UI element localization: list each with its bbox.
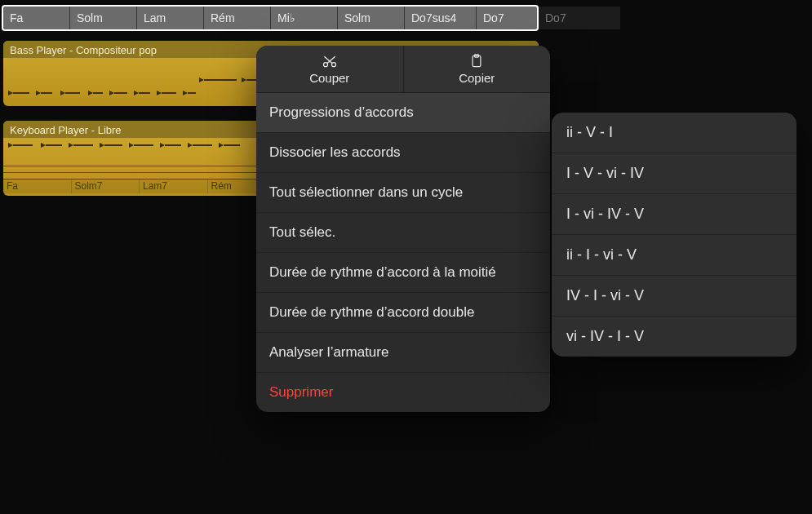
copy-label: Copier [459,71,495,85]
chord-cell[interactable]: Fa [3,7,70,29]
chord-cell[interactable]: Solm [338,7,405,29]
chord-cell[interactable]: Do7 [477,7,539,29]
menu-item-delete[interactable]: Supprimer [256,373,550,412]
region-title: Keyboard Player - Libre [3,121,276,138]
region-chord: Lam7 [140,179,208,193]
track-region-keyboard[interactable]: Keyboard Player - Libre Fa Solm7 Lam7 Ré… [3,121,276,196]
region-chord: Solm7 [72,179,140,193]
menu-item-half-duration[interactable]: Durée de rythme d’accord à la moitié [256,253,550,293]
submenu-item[interactable]: I - vi - IV - V [552,194,796,235]
chord-cell[interactable]: Solm [70,7,137,29]
submenu-item[interactable]: I - V - vi - IV [552,153,796,194]
submenu-item[interactable]: ii - I - vi - V [552,235,796,276]
region-chord-row: Fa Solm7 Lam7 Rém [3,179,276,193]
menu-item-dissocier[interactable]: Dissocier les accords [256,133,550,173]
chord-cell[interactable]: Do7sus4 [405,7,477,29]
clipboard-icon [468,54,485,69]
menu-top-row: Couper Copier [256,46,550,93]
cut-label: Couper [309,71,349,85]
chord-strip[interactable]: Fa Solm Lam Rém Mi♭ Solm Do7sus4 Do7 Do7 [3,7,809,29]
chord-cell[interactable]: Mi♭ [271,7,338,29]
progressions-submenu: ii - V - I I - V - vi - IV I - vi - IV -… [552,113,796,357]
menu-item-analyze[interactable]: Analyser l’armature [256,333,550,373]
menu-item-progressions[interactable]: Progressions d’accords [256,93,550,133]
menu-item-select-cycle[interactable]: Tout sélectionner dans un cycle [256,173,550,213]
menu-item-double-duration[interactable]: Durée de rythme d’accord double [256,293,550,333]
svg-point-0 [323,62,327,66]
region-body: Fa Solm7 Lam7 Rém [3,138,276,193]
submenu-item[interactable]: IV - I - vi - V [552,276,796,317]
menu-item-select-all[interactable]: Tout sélec. [256,213,550,253]
chord-cell-inactive[interactable]: Do7 [539,7,620,29]
svg-point-1 [331,62,335,66]
submenu-item[interactable]: ii - V - I [552,113,796,153]
cut-button[interactable]: Couper [256,46,404,92]
chord-cell[interactable]: Rém [204,7,271,29]
scissors-icon [322,54,338,69]
context-menu: Couper Copier Progressions d’accords Dis… [256,46,550,412]
chord-cell[interactable]: Lam [137,7,204,29]
copy-button[interactable]: Copier [404,46,551,92]
submenu-item[interactable]: vi - IV - I - V [552,317,796,357]
region-chord: Fa [3,179,72,193]
